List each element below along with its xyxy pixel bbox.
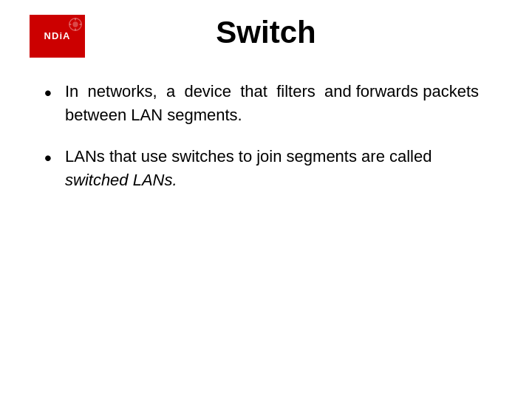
slide: NDiA Switch • In networks, a device that… bbox=[0, 0, 532, 399]
bullet-dot-1: • bbox=[44, 80, 65, 106]
slide-title: Switch bbox=[216, 15, 316, 50]
bullet-text-1: In networks, a device that filters and f… bbox=[65, 80, 495, 127]
bullet-list: • In networks, a device that filters and… bbox=[44, 80, 495, 192]
logo-box: NDiA bbox=[30, 15, 85, 58]
logo-gear-icon bbox=[67, 16, 83, 33]
bullet-item-2: • LANs that use switches to join segment… bbox=[44, 145, 495, 192]
logo: NDiA bbox=[30, 15, 89, 59]
slide-header: NDiA Switch bbox=[30, 15, 502, 50]
bullet-text-2: LANs that use switches to join segments … bbox=[65, 145, 495, 192]
bullet-dot-2: • bbox=[44, 145, 65, 171]
slide-content: • In networks, a device that filters and… bbox=[30, 72, 502, 217]
svg-point-1 bbox=[72, 21, 78, 27]
bullet-item-1: • In networks, a device that filters and… bbox=[44, 80, 495, 127]
